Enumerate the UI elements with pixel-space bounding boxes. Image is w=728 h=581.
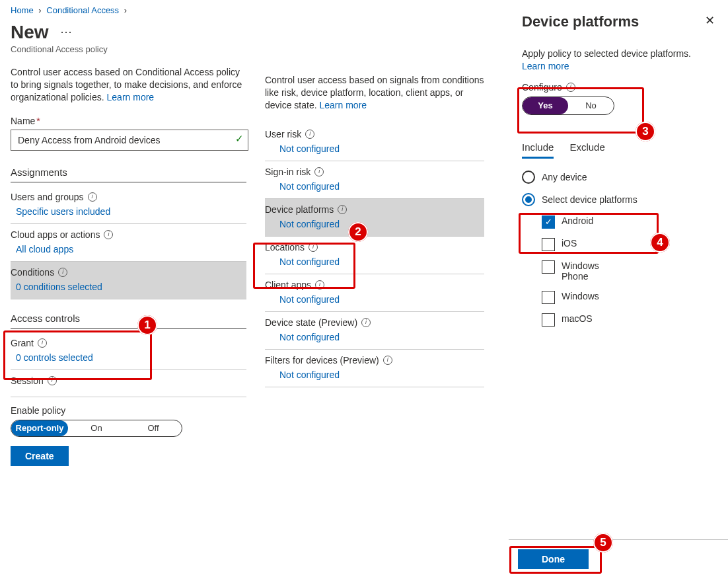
row-value: Not configured (265, 332, 483, 342)
info-icon[interactable] (383, 356, 392, 365)
done-button[interactable]: Done (518, 549, 589, 569)
learn-more-link[interactable]: Learn more (522, 61, 569, 71)
row-title: Session (11, 375, 44, 386)
row-value: Not configured (265, 143, 483, 154)
toggle-report-only[interactable]: Report-only (11, 420, 68, 436)
checkmark-icon: ✓ (235, 133, 244, 145)
row-title: Client apps (265, 280, 311, 290)
row-value: Specific users included (11, 206, 245, 217)
row-cloud-apps[interactable]: Cloud apps or actions All cloud apps (11, 224, 246, 262)
info-icon[interactable] (309, 243, 318, 252)
breadcrumb: Home › Conditional Access › (11, 5, 246, 15)
configure-label: Configure (522, 82, 562, 93)
conditions-intro: Control user access based on signals fro… (265, 74, 484, 112)
row-title: Sign-in risk (265, 167, 310, 177)
info-icon[interactable] (88, 192, 97, 202)
radio-any-device[interactable]: Any device (522, 171, 715, 184)
configure-no[interactable]: No (568, 97, 614, 114)
row-value: Not configured (265, 256, 483, 267)
panel-title: Device platforms (522, 13, 639, 30)
panel-intro: Apply policy to selected device platform… (522, 48, 715, 73)
toggle-on[interactable]: On (68, 420, 125, 436)
checkbox-windows-phone[interactable]: Windows Phone (542, 260, 715, 282)
info-icon[interactable] (38, 338, 47, 348)
configure-yes[interactable]: Yes (523, 97, 568, 114)
row-title: Cloud apps or actions (11, 229, 100, 240)
more-icon[interactable]: ··· (60, 25, 72, 39)
info-icon[interactable] (58, 268, 67, 277)
name-input[interactable]: Deny Access from Android devices ✓ (11, 130, 248, 151)
row-value: All cloud apps (11, 244, 245, 254)
page-subtitle: Conditional Access policy (11, 44, 246, 54)
info-icon[interactable] (338, 205, 347, 214)
toggle-off[interactable]: Off (125, 420, 182, 436)
info-icon[interactable] (361, 318, 371, 327)
info-icon[interactable] (104, 230, 113, 239)
checkbox-label: macOS (562, 313, 593, 324)
row-user-risk[interactable]: User risk Not configured (265, 124, 484, 161)
radio-label: Any device (542, 172, 587, 182)
tab-include[interactable]: Include (522, 141, 554, 159)
row-value: Not configured (265, 219, 483, 229)
close-icon[interactable]: ✕ (705, 13, 715, 28)
info-icon[interactable] (305, 130, 314, 139)
row-users-and-groups[interactable]: Users and groups Specific users included (11, 186, 246, 224)
row-signin-risk[interactable]: Sign-in risk Not configured (265, 161, 484, 199)
checkbox-icon (542, 238, 555, 251)
checkbox-macos[interactable]: macOS (542, 313, 715, 327)
enable-policy-toggle[interactable]: Report-only On Off (11, 420, 182, 437)
checkbox-label: Windows (562, 291, 599, 301)
row-device-platforms[interactable]: Device platforms Not configured (265, 199, 484, 237)
enable-policy-label: Enable policy (11, 405, 246, 416)
row-title: Locations (265, 242, 305, 252)
info-icon[interactable] (48, 376, 57, 385)
learn-more-link[interactable]: Learn more (107, 92, 155, 102)
checkbox-label: iOS (562, 238, 577, 249)
row-title: Conditions (11, 267, 54, 278)
radio-icon (522, 171, 535, 184)
row-title: Grant (11, 338, 34, 348)
row-filters-devices[interactable]: Filters for devices (Preview) Not config… (265, 350, 484, 387)
checkbox-icon (542, 260, 555, 274)
row-value: 0 controls selected (11, 352, 245, 363)
row-value: Not configured (265, 181, 483, 192)
breadcrumb-home[interactable]: Home (11, 5, 34, 15)
assignments-header: Assignments (11, 167, 246, 182)
checkbox-icon (542, 291, 555, 304)
info-icon[interactable] (566, 83, 575, 92)
checkbox-android[interactable]: Android (542, 215, 715, 229)
row-client-apps[interactable]: Client apps Not configured (265, 274, 484, 312)
checkbox-icon (542, 215, 555, 229)
radio-select-platforms[interactable]: Select device platforms (522, 193, 715, 206)
row-title: Device state (Preview) (265, 317, 357, 328)
row-locations[interactable]: Locations Not configured (265, 237, 484, 274)
breadcrumb-conditional-access[interactable]: Conditional Access (46, 5, 119, 15)
row-value: 0 conditions selected (11, 282, 245, 292)
checkbox-windows[interactable]: Windows (542, 291, 715, 304)
name-input-value: Deny Access from Android devices (18, 135, 161, 145)
page-title: New (11, 22, 49, 43)
row-value: Not configured (265, 294, 483, 305)
info-icon[interactable] (314, 167, 324, 176)
row-grant[interactable]: Grant 0 controls selected (11, 332, 246, 370)
info-icon[interactable] (315, 280, 324, 290)
tab-exclude[interactable]: Exclude (569, 141, 604, 159)
checkbox-label: Android (562, 215, 593, 226)
intro-text: Control user access based on Conditional… (11, 66, 246, 104)
row-device-state[interactable]: Device state (Preview) Not configured (265, 312, 484, 350)
learn-more-link[interactable]: Learn more (320, 100, 367, 110)
name-label: Name* (11, 116, 246, 126)
row-title: Filters for devices (Preview) (265, 355, 379, 366)
configure-toggle[interactable]: Yes No (522, 97, 614, 115)
chevron-right-icon: › (38, 5, 41, 15)
checkbox-label: Windows Phone (562, 260, 621, 282)
row-title: User risk (265, 129, 301, 139)
row-value: Not configured (265, 369, 483, 380)
row-conditions[interactable]: Conditions 0 conditions selected (11, 262, 246, 299)
create-button[interactable]: Create (11, 446, 69, 466)
checkbox-icon (542, 313, 555, 327)
row-session[interactable]: Session (11, 370, 246, 397)
radio-label: Select device platforms (542, 194, 637, 205)
row-title: Users and groups (11, 192, 84, 202)
checkbox-ios[interactable]: iOS (542, 238, 715, 251)
